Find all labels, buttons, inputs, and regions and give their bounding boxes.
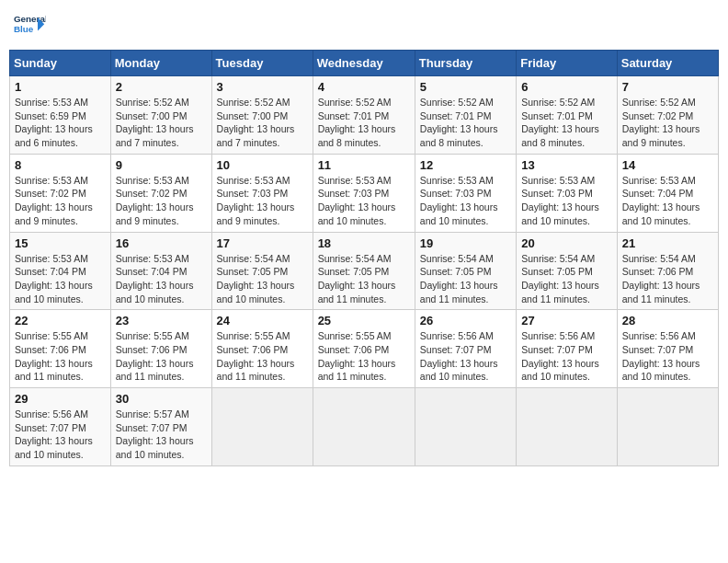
- calendar-cell: 27Sunrise: 5:56 AMSunset: 7:07 PMDayligh…: [517, 310, 618, 388]
- day-number: 1: [15, 80, 106, 94]
- day-number: 6: [521, 80, 612, 94]
- calendar-cell: 1Sunrise: 5:53 AMSunset: 6:59 PMDaylight…: [10, 76, 111, 155]
- week-row-5: 29Sunrise: 5:56 AMSunset: 7:07 PMDayligh…: [10, 388, 719, 466]
- calendar-cell: [313, 388, 415, 466]
- calendar-cell: 30Sunrise: 5:57 AMSunset: 7:07 PMDayligh…: [110, 388, 211, 466]
- day-info: Sunrise: 5:52 AMSunset: 7:01 PMDaylight:…: [318, 96, 410, 150]
- calendar-cell: [617, 388, 718, 466]
- header-row: SundayMondayTuesdayWednesdayThursdayFrid…: [10, 51, 719, 76]
- column-header-tuesday: Tuesday: [211, 51, 313, 76]
- day-info: Sunrise: 5:55 AMSunset: 7:06 PMDaylight:…: [116, 329, 207, 384]
- day-number: 13: [521, 158, 612, 172]
- day-number: 25: [318, 314, 410, 327]
- calendar-cell: 18Sunrise: 5:54 AMSunset: 7:05 PMDayligh…: [313, 232, 415, 310]
- calendar-table: SundayMondayTuesdayWednesdayThursdayFrid…: [9, 50, 719, 466]
- calendar-cell: 26Sunrise: 5:56 AMSunset: 7:07 PMDayligh…: [415, 310, 516, 388]
- week-row-1: 1Sunrise: 5:53 AMSunset: 6:59 PMDaylight…: [10, 76, 719, 155]
- calendar-cell: 11Sunrise: 5:53 AMSunset: 7:03 PMDayligh…: [313, 154, 415, 232]
- column-header-friday: Friday: [517, 51, 618, 76]
- calendar-cell: 9Sunrise: 5:53 AMSunset: 7:02 PMDaylight…: [110, 154, 211, 232]
- calendar-cell: 12Sunrise: 5:53 AMSunset: 7:03 PMDayligh…: [415, 154, 516, 232]
- day-number: 30: [116, 392, 207, 406]
- column-header-wednesday: Wednesday: [313, 51, 415, 76]
- calendar-cell: 14Sunrise: 5:53 AMSunset: 7:04 PMDayligh…: [617, 154, 718, 232]
- svg-text:Blue: Blue: [14, 24, 34, 34]
- day-number: 11: [318, 158, 410, 172]
- day-number: 26: [420, 314, 511, 327]
- day-number: 12: [420, 158, 511, 172]
- page-header: GeneralBlue: [9, 9, 719, 42]
- day-number: 2: [116, 80, 207, 94]
- day-info: Sunrise: 5:53 AMSunset: 7:03 PMDaylight:…: [318, 174, 410, 228]
- calendar-cell: 6Sunrise: 5:52 AMSunset: 7:01 PMDaylight…: [517, 76, 618, 155]
- day-info: Sunrise: 5:56 AMSunset: 7:07 PMDaylight:…: [521, 329, 612, 384]
- day-info: Sunrise: 5:56 AMSunset: 7:07 PMDaylight:…: [420, 329, 511, 384]
- day-info: Sunrise: 5:53 AMSunset: 7:04 PMDaylight:…: [116, 252, 207, 306]
- day-number: 23: [116, 314, 207, 327]
- day-number: 10: [217, 158, 308, 172]
- day-number: 14: [622, 158, 713, 172]
- day-number: 28: [622, 314, 713, 327]
- column-header-monday: Monday: [110, 51, 211, 76]
- week-row-4: 22Sunrise: 5:55 AMSunset: 7:06 PMDayligh…: [10, 310, 719, 388]
- calendar-cell: 28Sunrise: 5:56 AMSunset: 7:07 PMDayligh…: [617, 310, 718, 388]
- day-info: Sunrise: 5:52 AMSunset: 7:00 PMDaylight:…: [116, 96, 207, 150]
- day-number: 9: [116, 158, 207, 172]
- calendar-cell: [211, 388, 313, 466]
- day-info: Sunrise: 5:54 AMSunset: 7:05 PMDaylight:…: [521, 252, 612, 306]
- day-number: 21: [622, 236, 713, 250]
- calendar-cell: [415, 388, 516, 466]
- day-number: 8: [15, 158, 106, 172]
- calendar-cell: 25Sunrise: 5:55 AMSunset: 7:06 PMDayligh…: [313, 310, 415, 388]
- day-info: Sunrise: 5:53 AMSunset: 7:03 PMDaylight:…: [420, 174, 511, 228]
- day-info: Sunrise: 5:52 AMSunset: 7:02 PMDaylight:…: [622, 96, 713, 150]
- day-info: Sunrise: 5:53 AMSunset: 7:04 PMDaylight:…: [622, 174, 713, 228]
- day-info: Sunrise: 5:53 AMSunset: 7:03 PMDaylight:…: [521, 174, 612, 228]
- calendar-cell: 5Sunrise: 5:52 AMSunset: 7:01 PMDaylight…: [415, 76, 516, 155]
- day-info: Sunrise: 5:53 AMSunset: 7:04 PMDaylight:…: [15, 252, 106, 306]
- day-info: Sunrise: 5:52 AMSunset: 7:01 PMDaylight:…: [521, 96, 612, 150]
- day-number: 3: [217, 80, 308, 94]
- day-number: 7: [622, 80, 713, 94]
- calendar-cell: 13Sunrise: 5:53 AMSunset: 7:03 PMDayligh…: [517, 154, 618, 232]
- day-info: Sunrise: 5:54 AMSunset: 7:06 PMDaylight:…: [622, 252, 713, 306]
- day-number: 27: [521, 314, 612, 327]
- day-info: Sunrise: 5:56 AMSunset: 7:07 PMDaylight:…: [15, 408, 106, 462]
- calendar-cell: 3Sunrise: 5:52 AMSunset: 7:00 PMDaylight…: [211, 76, 313, 155]
- calendar-cell: 4Sunrise: 5:52 AMSunset: 7:01 PMDaylight…: [313, 76, 415, 155]
- day-info: Sunrise: 5:53 AMSunset: 7:02 PMDaylight:…: [15, 174, 106, 228]
- calendar-cell: 29Sunrise: 5:56 AMSunset: 7:07 PMDayligh…: [10, 388, 111, 466]
- day-number: 19: [420, 236, 511, 250]
- calendar-cell: 23Sunrise: 5:55 AMSunset: 7:06 PMDayligh…: [110, 310, 211, 388]
- calendar-cell: 10Sunrise: 5:53 AMSunset: 7:03 PMDayligh…: [211, 154, 313, 232]
- calendar-cell: 17Sunrise: 5:54 AMSunset: 7:05 PMDayligh…: [211, 232, 313, 310]
- day-info: Sunrise: 5:54 AMSunset: 7:05 PMDaylight:…: [217, 252, 308, 306]
- day-number: 17: [217, 236, 308, 250]
- calendar-cell: 15Sunrise: 5:53 AMSunset: 7:04 PMDayligh…: [10, 232, 111, 310]
- day-info: Sunrise: 5:53 AMSunset: 7:02 PMDaylight:…: [116, 174, 207, 228]
- column-header-thursday: Thursday: [415, 51, 516, 76]
- calendar-cell: 20Sunrise: 5:54 AMSunset: 7:05 PMDayligh…: [517, 232, 618, 310]
- day-info: Sunrise: 5:52 AMSunset: 7:00 PMDaylight:…: [217, 96, 308, 150]
- day-info: Sunrise: 5:53 AMSunset: 6:59 PMDaylight:…: [15, 96, 106, 150]
- logo: GeneralBlue: [13, 9, 46, 42]
- day-info: Sunrise: 5:53 AMSunset: 7:03 PMDaylight:…: [217, 174, 308, 228]
- day-number: 15: [15, 236, 106, 250]
- calendar-cell: 8Sunrise: 5:53 AMSunset: 7:02 PMDaylight…: [10, 154, 111, 232]
- column-header-sunday: Sunday: [10, 51, 111, 76]
- day-info: Sunrise: 5:52 AMSunset: 7:01 PMDaylight:…: [420, 96, 511, 150]
- day-info: Sunrise: 5:55 AMSunset: 7:06 PMDaylight:…: [15, 329, 106, 384]
- day-info: Sunrise: 5:54 AMSunset: 7:05 PMDaylight:…: [420, 252, 511, 306]
- day-info: Sunrise: 5:55 AMSunset: 7:06 PMDaylight:…: [318, 329, 410, 384]
- day-number: 5: [420, 80, 511, 94]
- day-number: 22: [15, 314, 106, 327]
- calendar-cell: 21Sunrise: 5:54 AMSunset: 7:06 PMDayligh…: [617, 232, 718, 310]
- day-number: 29: [15, 392, 106, 406]
- calendar-cell: 16Sunrise: 5:53 AMSunset: 7:04 PMDayligh…: [110, 232, 211, 310]
- day-number: 16: [116, 236, 207, 250]
- logo-icon: GeneralBlue: [13, 9, 46, 42]
- day-number: 4: [318, 80, 410, 94]
- calendar-cell: [517, 388, 618, 466]
- day-number: 18: [318, 236, 410, 250]
- day-number: 24: [217, 314, 308, 327]
